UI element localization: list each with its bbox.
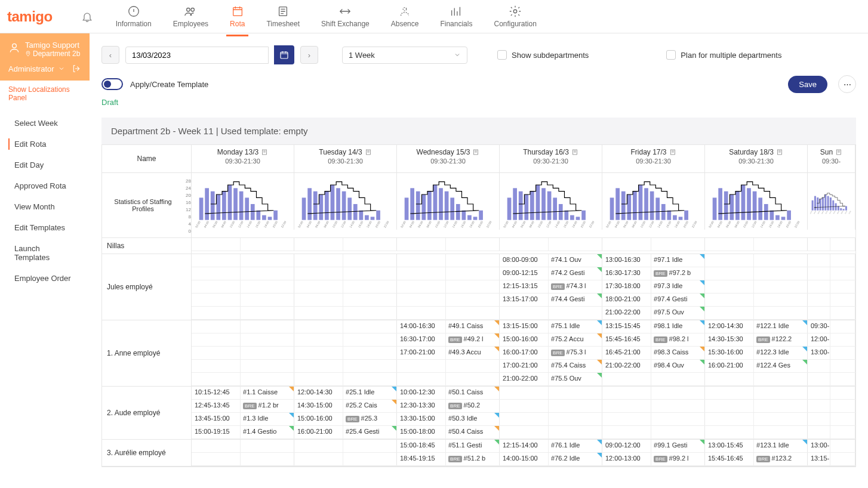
shift-time-cell[interactable]: 15:30-16:00 [705,347,754,359]
shift-activity-cell[interactable]: #25.4 Gesti [343,426,396,438]
shift-time-cell[interactable] [808,294,830,306]
shift-activity-cell[interactable]: #75.2 Accu [549,333,602,346]
shift-time-cell[interactable] [192,333,241,346]
shift-time-cell[interactable] [500,387,549,399]
shift-activity-cell[interactable]: #97.4 Gesti [651,294,704,306]
shift-activity-cell[interactable]: #1.4 Gestio [241,426,294,438]
shift-activity-cell[interactable] [446,238,499,251]
shift-time-cell[interactable]: 13:00-15:0 [808,440,830,452]
side-launch-templates[interactable]: Launch Templates [0,238,90,268]
shift-activity-cell[interactable] [754,254,807,267]
shift-time-cell[interactable]: 12:00-12:0 [808,333,830,346]
shift-time-cell[interactable]: 16:30-17:30 [602,267,651,280]
nav-employees[interactable]: Employees [170,1,212,32]
shift-time-cell[interactable] [705,267,754,280]
shift-time-cell[interactable]: 15:00-16:00 [500,333,549,346]
shift-time-cell[interactable]: 14:30-15:00 [294,400,343,412]
side-employee-order[interactable]: Employee Order [0,268,90,289]
shift-time-cell[interactable] [705,413,754,425]
shift-activity-cell[interactable] [651,413,704,425]
shift-activity-cell[interactable]: #122.1 Idle [754,320,807,333]
range-select[interactable]: 1 Week [342,47,467,64]
shift-activity-cell[interactable]: #74.4 Gesti [549,294,602,306]
shift-activity-cell[interactable] [343,254,396,267]
shift-activity-cell[interactable]: #50.4 Caiss [446,426,499,438]
shift-time-cell[interactable] [705,254,754,267]
more-round-button[interactable]: ⋯ [838,75,856,93]
shift-time-cell[interactable] [192,440,241,452]
day-header[interactable]: Friday 17/309:30-21:30 [602,145,704,167]
shift-time-cell[interactable]: 16:00-17:00 [500,347,549,359]
shift-time-cell[interactable]: 13:15-17:00 [500,294,549,306]
shift-time-cell[interactable] [294,373,343,385]
employee-name[interactable]: Nillas [102,238,192,254]
shift-activity-cell[interactable] [830,347,855,359]
shift-time-cell[interactable] [192,320,241,333]
shift-time-cell[interactable]: 17:30-18:00 [602,280,651,293]
shift-time-cell[interactable] [705,238,754,251]
shift-activity-cell[interactable] [343,280,396,293]
shift-activity-cell[interactable] [754,373,807,385]
shift-activity-cell[interactable] [830,294,855,306]
shift-activity-cell[interactable] [754,238,807,251]
localizations-link[interactable]: Show Localizations Panel [0,81,90,107]
shift-time-cell[interactable] [705,426,754,438]
shift-activity-cell[interactable]: #1.1 Caisse [241,387,294,399]
shift-time-cell[interactable] [294,267,343,280]
shift-time-cell[interactable] [294,440,343,452]
shift-time-cell[interactable] [192,453,241,465]
shift-activity-cell[interactable] [651,426,704,438]
shift-time-cell[interactable] [500,426,549,438]
shift-time-cell[interactable] [294,360,343,372]
shift-activity-cell[interactable] [343,320,396,333]
shift-activity-cell[interactable] [446,280,499,293]
shift-time-cell[interactable] [294,320,343,333]
shift-time-cell[interactable]: 15:00-18:45 [397,440,446,452]
shift-activity-cell[interactable] [549,426,602,438]
employee-name[interactable]: 2. Aude employé [102,387,192,439]
shift-time-cell[interactable]: 16:45-21:00 [602,347,651,359]
shift-activity-cell[interactable] [754,400,807,412]
employee-name[interactable]: 1. Anne employé [102,320,192,386]
shift-time-cell[interactable]: 12:15-13:15 [500,280,549,293]
shift-time-cell[interactable] [294,254,343,267]
shift-activity-cell[interactable] [549,400,602,412]
shift-activity-cell[interactable] [830,320,855,333]
shift-time-cell[interactable] [192,360,241,372]
shift-activity-cell[interactable] [343,360,396,372]
shift-activity-cell[interactable] [446,307,499,319]
shift-time-cell[interactable] [705,280,754,293]
shift-activity-cell[interactable] [241,238,294,251]
shift-activity-cell[interactable] [343,453,396,465]
shift-activity-cell[interactable] [343,347,396,359]
shift-time-cell[interactable] [602,400,651,412]
shift-time-cell[interactable]: 09:00-12:00 [602,440,651,452]
shift-activity-cell[interactable] [343,307,396,319]
shift-activity-cell[interactable]: #97.1 Idle [651,254,704,267]
shift-activity-cell[interactable]: #76.1 Idle [549,440,602,452]
shift-activity-cell[interactable] [343,373,396,385]
shift-activity-cell[interactable]: #25.2 Cais [343,400,396,412]
calendar-button[interactable] [274,45,294,64]
shift-activity-cell[interactable] [830,373,855,385]
shift-time-cell[interactable] [397,254,446,267]
apply-template-toggle[interactable] [101,78,123,90]
shift-activity-cell[interactable] [830,360,855,372]
nav-timesheet[interactable]: Timesheet [263,1,303,32]
shift-time-cell[interactable]: 15:00-18:00 [397,426,446,438]
shift-activity-cell[interactable] [241,453,294,465]
shift-activity-cell[interactable]: #76.2 Idle [549,453,602,465]
shift-activity-cell[interactable]: #97.5 Ouv [651,307,704,319]
shift-activity-cell[interactable] [241,307,294,319]
shift-activity-cell[interactable]: #99.1 Gesti [651,440,704,452]
shift-activity-cell[interactable]: #75.5 Ouv [549,373,602,385]
shift-time-cell[interactable]: 09:30-12:0 [808,320,830,333]
shift-time-cell[interactable] [705,373,754,385]
shift-time-cell[interactable]: 12:00-14:30 [294,387,343,399]
shift-time-cell[interactable] [500,413,549,425]
nav-rota[interactable]: Rota [226,1,248,32]
nav-shift-exchange[interactable]: Shift Exchange [318,1,373,32]
shift-activity-cell[interactable]: BRE#123.2 [754,453,807,465]
shift-activity-cell[interactable] [446,267,499,280]
shift-activity-cell[interactable]: #49.1 Caiss [446,320,499,333]
